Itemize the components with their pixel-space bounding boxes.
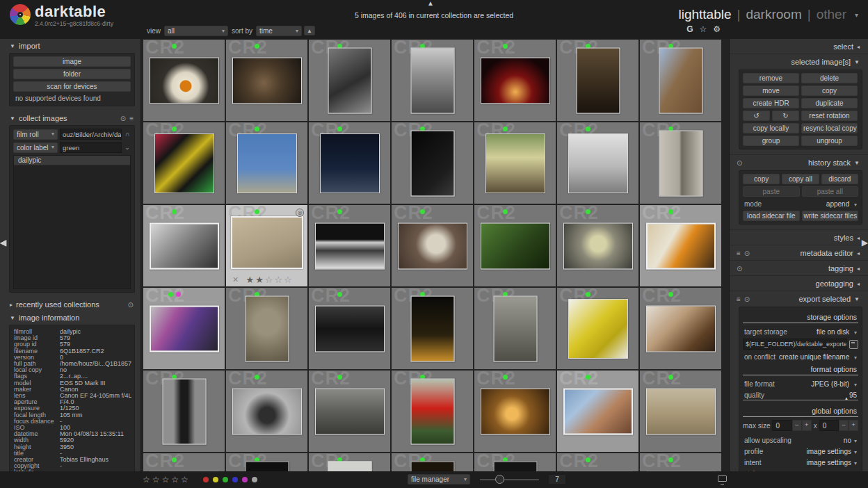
reset-icon[interactable]: ⊙ bbox=[737, 159, 742, 167]
thumbnail-cell-lufthansa-emboss[interactable]: CR2 bbox=[226, 288, 307, 369]
thumbnail-cell-red-tulip[interactable]: CR2 bbox=[392, 371, 473, 452]
zoom-slider[interactable] bbox=[480, 479, 539, 480]
thumbnail-cell-fabric-stitch[interactable]: CR2 bbox=[309, 288, 390, 369]
presets-icon[interactable]: ≡ bbox=[737, 250, 741, 257]
photo-thumbnail[interactable] bbox=[659, 47, 702, 113]
thumbnail-cell-willow-catkins[interactable]: CR2 bbox=[226, 122, 307, 204]
rating-star-icon[interactable]: ☆ bbox=[143, 475, 152, 485]
photo-thumbnail[interactable] bbox=[150, 57, 219, 104]
photo-thumbnail[interactable] bbox=[162, 378, 206, 444]
star-icon[interactable]: ☆ bbox=[265, 275, 275, 285]
option-dropdown[interactable]: image settings▾ bbox=[807, 448, 858, 455]
thumbnail-cell-purple-hair[interactable]: CR2 bbox=[143, 288, 225, 369]
color-label-filter-icon[interactable] bbox=[242, 477, 248, 482]
photo-thumbnail[interactable] bbox=[568, 133, 628, 193]
sort-ascending-button[interactable]: ▲ bbox=[304, 26, 315, 35]
photo-thumbnail[interactable] bbox=[232, 57, 302, 104]
import-image-button[interactable]: image bbox=[13, 56, 131, 67]
view-lighttable[interactable]: lighttable bbox=[678, 7, 731, 22]
photo-thumbnail[interactable] bbox=[485, 133, 545, 193]
load-sidecar-file-button[interactable]: load sidecar file bbox=[743, 211, 800, 221]
view-dropdown-caret-icon[interactable]: ▾ bbox=[855, 11, 858, 19]
duplicate-button[interactable]: duplicate bbox=[801, 98, 858, 108]
thumbnail-cell-subway-platform-bw[interactable]: CR2 bbox=[309, 205, 390, 286]
zoom-slider-knob[interactable] bbox=[495, 475, 504, 484]
photo-thumbnail[interactable] bbox=[493, 461, 537, 471]
section-header-tagging[interactable]: ⊙ tagging ◂ bbox=[730, 260, 868, 275]
move-button[interactable]: move bbox=[743, 86, 799, 96]
collect-field-dropdown[interactable]: color label▾ bbox=[13, 143, 58, 153]
resync-local-copy-button[interactable]: resync local copy bbox=[801, 123, 858, 133]
import-folder-button[interactable]: folder bbox=[13, 69, 131, 79]
history-paste-button[interactable]: paste bbox=[743, 186, 800, 197]
copy-button[interactable]: copy bbox=[801, 86, 858, 96]
thumbnail-cell-rabbit-figurine[interactable]: CR2 bbox=[226, 40, 307, 121]
photo-thumbnail[interactable] bbox=[646, 222, 716, 269]
import-scan-for-devices-button[interactable]: scan for devices bbox=[13, 81, 131, 92]
color-label-filter-icon[interactable] bbox=[252, 477, 257, 482]
max-height-stepper[interactable]: 0 – + bbox=[819, 420, 858, 431]
thumbnail-cell-cracked-wall[interactable]: CR2 bbox=[640, 122, 721, 204]
thumbnail-cell-thumb-row6-5[interactable]: CR2 bbox=[474, 453, 556, 471]
thumbnail-cell-orange-drink[interactable]: CR2 bbox=[640, 205, 721, 286]
thumbnail-cell-thumb-row6-1[interactable]: CR2 bbox=[143, 453, 225, 471]
section-header-collect-images[interactable]: ▼ collect images ⊙ ≡ bbox=[0, 111, 140, 124]
section-header-history-stack[interactable]: ⊙ history stack ▼ bbox=[730, 154, 868, 170]
rating-filter-stars[interactable]: ☆☆☆☆☆ bbox=[143, 475, 191, 485]
photo-thumbnail[interactable] bbox=[150, 305, 219, 352]
photo-thumbnail[interactable] bbox=[563, 388, 633, 434]
overlays-toggle-icon[interactable]: G bbox=[686, 24, 693, 34]
photo-thumbnail[interactable] bbox=[410, 295, 454, 361]
photo-thumbnail[interactable] bbox=[410, 378, 454, 444]
photo-thumbnail[interactable] bbox=[328, 47, 371, 113]
thumbnail-cell-pear-in-hand[interactable]: CR2 bbox=[557, 205, 638, 286]
option-dropdown[interactable]: image settings▾ bbox=[807, 459, 858, 466]
option-dropdown[interactable]: no▾ bbox=[844, 437, 857, 444]
reset-icon[interactable]: ⊙ bbox=[737, 265, 742, 273]
photo-thumbnail[interactable] bbox=[481, 57, 550, 104]
star-icon[interactable]: ☆ bbox=[274, 275, 284, 285]
thumbnail-cell-thumb-row6-4[interactable]: CR2 bbox=[392, 453, 473, 471]
photo-thumbnail[interactable] bbox=[315, 388, 385, 434]
photo-thumbnail[interactable] bbox=[646, 305, 716, 352]
star-icon[interactable]: ★ bbox=[255, 275, 265, 285]
thumbnail-cell-thumb-row6-6[interactable]: CR2 bbox=[557, 453, 638, 471]
thumbnail-cell-hand-with-key[interactable]: CR2 bbox=[309, 40, 390, 121]
photo-thumbnail[interactable] bbox=[237, 133, 297, 193]
section-header-recent-collections[interactable]: ▸ recently used collections ⊙ bbox=[0, 298, 140, 311]
presets-icon[interactable]: ≡ bbox=[129, 115, 134, 122]
photo-thumbnail[interactable] bbox=[231, 216, 303, 269]
collect-rule-operator-icon[interactable]: ∩ bbox=[124, 131, 131, 138]
collection-list-item[interactable]: dailypic bbox=[14, 156, 130, 165]
section-header-select[interactable]: select ◂ bbox=[730, 39, 868, 54]
rotate-cw-icon[interactable]: ↻ bbox=[772, 111, 799, 121]
section-header-export-selected[interactable]: ≡ ⊙ export selected ▼ bbox=[730, 291, 868, 306]
section-header-import[interactable]: ▼ import bbox=[0, 39, 140, 52]
thumbnail-cell-round-sign-bokeh[interactable]: CR2 bbox=[392, 205, 473, 286]
thumbnail-cell-guitar-picks[interactable]: CR2 bbox=[143, 122, 225, 204]
photo-thumbnail[interactable] bbox=[232, 388, 302, 434]
left-panel-expander-icon[interactable]: ◀ bbox=[0, 239, 6, 246]
remove-button[interactable]: remove bbox=[743, 73, 799, 83]
thumbnail-cell-stone-arch-bw[interactable]: CR2 bbox=[226, 371, 307, 452]
rating-star-icon[interactable]: ☆ bbox=[162, 475, 172, 485]
reject-icon[interactable]: ✕ bbox=[232, 275, 239, 284]
presets-icon[interactable]: ≡ bbox=[737, 295, 741, 303]
thumbnail-cell-thumb-row6-2[interactable]: CR2 bbox=[226, 453, 307, 471]
reset-rotation-button[interactable]: reset rotation bbox=[801, 111, 858, 121]
folder-browse-icon[interactable] bbox=[849, 340, 858, 349]
view-other[interactable]: other bbox=[817, 7, 846, 22]
thumbnail-cell-boar-face[interactable]: CR2 bbox=[557, 40, 638, 121]
history-paste-all-button[interactable]: paste all bbox=[802, 186, 859, 197]
max-width-stepper[interactable]: 0 – + bbox=[772, 420, 811, 431]
on-conflict-dropdown[interactable]: create unique filename ▾ bbox=[779, 353, 857, 361]
increment-icon[interactable]: + bbox=[849, 420, 858, 431]
thumbnail-cell-climbing-wall[interactable]: CR2⊗✕★★☆☆☆ bbox=[226, 205, 307, 286]
collect-field-dropdown[interactable]: film roll▾ bbox=[13, 129, 58, 140]
photo-thumbnail[interactable] bbox=[563, 222, 633, 269]
thumbnail-cell-skateboarder-bw[interactable]: CR2 bbox=[143, 205, 225, 286]
photo-thumbnail[interactable] bbox=[493, 295, 537, 361]
star-rating-overlay-icon[interactable]: ☆ bbox=[699, 24, 707, 34]
photo-thumbnail[interactable] bbox=[576, 47, 620, 113]
thumbnail-cell-graffiti-wall[interactable]: CR2 bbox=[474, 288, 556, 369]
